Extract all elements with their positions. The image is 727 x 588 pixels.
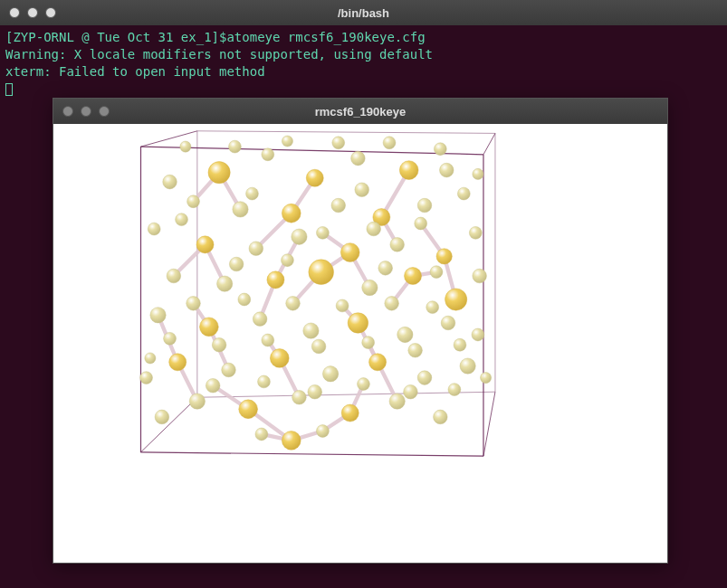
svg-point-82 xyxy=(229,257,244,271)
svg-point-111 xyxy=(454,338,466,351)
svg-point-120 xyxy=(322,366,338,382)
svg-point-75 xyxy=(292,229,307,244)
atomeye-title-bar: rmcsf6_190keye xyxy=(53,99,667,124)
close-icon[interactable] xyxy=(9,7,20,18)
svg-point-81 xyxy=(282,254,294,267)
svg-point-55 xyxy=(439,163,454,177)
svg-point-50 xyxy=(229,140,242,153)
svg-point-128 xyxy=(308,384,322,399)
svg-point-110 xyxy=(212,337,226,352)
svg-point-121 xyxy=(417,371,432,385)
svg-point-139 xyxy=(282,432,301,450)
svg-point-90 xyxy=(217,276,233,291)
svg-point-134 xyxy=(341,404,359,422)
svg-point-70 xyxy=(415,217,427,230)
svg-point-135 xyxy=(434,410,448,424)
maximize-icon[interactable] xyxy=(45,7,56,18)
svg-line-9 xyxy=(483,133,495,154)
svg-point-131 xyxy=(189,394,205,409)
svg-point-72 xyxy=(367,222,381,236)
svg-line-2 xyxy=(141,452,483,456)
svg-point-130 xyxy=(292,390,307,404)
svg-point-54 xyxy=(399,161,418,180)
svg-point-87 xyxy=(405,267,422,284)
svg-point-60 xyxy=(355,183,369,197)
svg-point-133 xyxy=(239,400,258,419)
svg-point-65 xyxy=(417,198,432,213)
svg-point-61 xyxy=(457,187,470,200)
close-icon[interactable] xyxy=(62,106,73,117)
svg-point-49 xyxy=(180,141,191,152)
svg-line-4 xyxy=(197,131,495,134)
terminal-line-2: Warning: X locale modifiers not supporte… xyxy=(5,47,433,62)
svg-point-89 xyxy=(267,271,284,289)
svg-point-137 xyxy=(317,425,330,438)
svg-point-74 xyxy=(317,226,330,239)
maximize-icon[interactable] xyxy=(99,106,110,117)
svg-point-96 xyxy=(385,297,399,311)
minimize-icon[interactable] xyxy=(27,7,38,18)
svg-point-127 xyxy=(448,384,461,396)
svg-point-78 xyxy=(249,242,263,256)
svg-point-129 xyxy=(404,384,418,399)
svg-point-114 xyxy=(270,349,289,368)
svg-line-11 xyxy=(141,397,197,452)
svg-point-69 xyxy=(176,213,188,226)
shell-prompt: [ZYP-ORNL @ Tue Oct 31 ex_1]$ xyxy=(5,30,226,44)
svg-point-93 xyxy=(238,293,251,306)
svg-point-80 xyxy=(436,249,452,264)
svg-point-79 xyxy=(340,243,359,262)
svg-point-97 xyxy=(336,299,349,312)
svg-point-91 xyxy=(362,280,378,295)
terminal-title: /bin/bash xyxy=(338,6,389,20)
svg-point-136 xyxy=(155,410,169,424)
svg-point-123 xyxy=(481,373,492,384)
terminal-title-bar: /bin/bash xyxy=(0,0,727,25)
atomeye-window[interactable]: rmcsf6_190keye xyxy=(53,98,668,564)
molecular-visualization[interactable] xyxy=(53,124,667,563)
svg-point-112 xyxy=(311,339,326,354)
svg-point-86 xyxy=(167,269,181,283)
svg-point-118 xyxy=(460,358,475,374)
svg-point-77 xyxy=(390,238,405,252)
svg-point-53 xyxy=(351,151,366,166)
svg-point-109 xyxy=(362,337,375,349)
svg-point-138 xyxy=(255,428,268,441)
svg-point-126 xyxy=(206,378,220,393)
svg-point-83 xyxy=(378,261,393,276)
svg-point-102 xyxy=(441,316,455,330)
svg-point-56 xyxy=(208,162,230,184)
svg-point-117 xyxy=(369,354,387,371)
svg-point-122 xyxy=(140,372,153,384)
svg-point-57 xyxy=(473,168,483,179)
svg-point-94 xyxy=(187,297,201,311)
minimize-icon[interactable] xyxy=(81,106,91,117)
svg-point-51 xyxy=(434,143,446,156)
svg-point-95 xyxy=(286,297,301,311)
svg-point-101 xyxy=(348,313,368,334)
svg-line-0 xyxy=(141,147,483,155)
svg-point-46 xyxy=(282,136,292,147)
svg-point-116 xyxy=(169,354,187,371)
svg-point-62 xyxy=(246,187,259,200)
svg-point-52 xyxy=(262,148,274,161)
svg-point-104 xyxy=(303,323,319,338)
atomeye-window-buttons xyxy=(62,106,110,117)
terminal-line-3: xterm: Failed to open input method xyxy=(5,64,265,79)
svg-point-115 xyxy=(145,353,156,364)
terminal-output[interactable]: [ZYP-ORNL @ Tue Oct 31 ex_1]$atomeye rmc… xyxy=(0,25,727,101)
svg-point-106 xyxy=(472,328,484,341)
svg-point-73 xyxy=(469,226,482,239)
svg-point-99 xyxy=(150,308,166,323)
svg-point-76 xyxy=(196,236,214,253)
svg-point-84 xyxy=(309,260,334,285)
svg-point-67 xyxy=(282,204,301,223)
shell-command: atomeye rmcsf6_190keye.cfg xyxy=(226,30,425,44)
terminal-cursor xyxy=(5,83,13,96)
svg-point-105 xyxy=(397,327,413,342)
svg-point-113 xyxy=(408,344,423,358)
svg-point-85 xyxy=(430,266,443,279)
svg-point-108 xyxy=(262,334,274,346)
svg-point-132 xyxy=(389,394,405,409)
svg-point-124 xyxy=(258,375,271,388)
